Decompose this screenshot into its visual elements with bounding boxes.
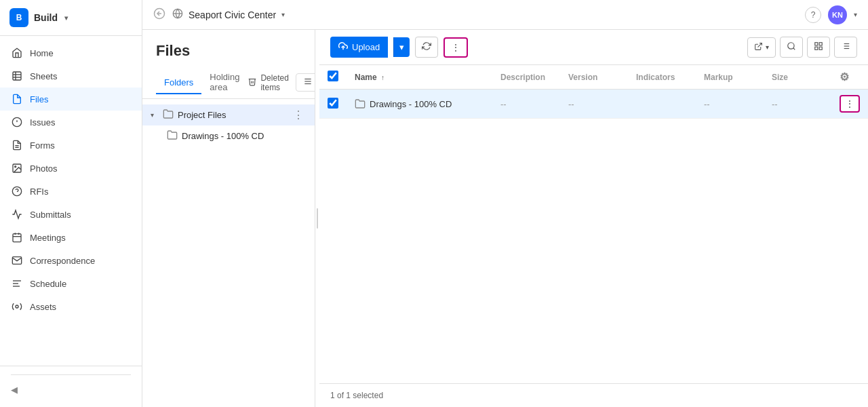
sidebar-footer: ◀: [0, 366, 142, 407]
deleted-items-label: Deleted items: [260, 73, 288, 92]
col-header-indicators[interactable]: Indicators: [628, 65, 696, 90]
upload-label: Upload: [352, 42, 380, 52]
table-header-row: Name ↑ Description Version Indicators Ma…: [319, 65, 868, 90]
search-button[interactable]: [780, 37, 803, 58]
sidebar-item-forms[interactable]: Forms: [0, 134, 142, 157]
left-panel: Files Folders Holding area Deleted items: [142, 30, 315, 407]
row-name-cell[interactable]: Drawings - 100% CD: [347, 90, 492, 119]
user-chevron-icon[interactable]: ▾: [854, 11, 857, 18]
view-actions: ▾: [747, 37, 857, 58]
folder-name-project-files: Project Files: [178, 110, 226, 120]
sidebar-item-home[interactable]: Home: [0, 41, 142, 64]
row-description-cell: --: [492, 90, 560, 119]
sidebar-label-files: Files: [30, 94, 48, 104]
search-icon: [787, 41, 796, 53]
help-button[interactable]: ?: [805, 7, 821, 23]
svg-line-31: [793, 48, 795, 50]
sidebar-item-files[interactable]: Files: [0, 88, 142, 111]
files-table: Name ↑ Description Version Indicators Ma…: [319, 65, 868, 119]
upload-icon: [338, 41, 348, 53]
submittals-icon: [11, 208, 23, 220]
top-right-actions: Deleted items Settings ▾: [248, 73, 315, 92]
col-header-markup[interactable]: Markup: [696, 65, 764, 90]
app-logo[interactable]: B: [9, 8, 28, 27]
user-avatar[interactable]: KN: [828, 5, 847, 24]
list-view-button[interactable]: [834, 37, 857, 58]
module-chevron-icon[interactable]: ▾: [64, 14, 68, 22]
sidebar-item-sheets[interactable]: Sheets: [0, 64, 142, 88]
photos-icon: [11, 162, 23, 174]
tab-holding-area[interactable]: Holding area: [201, 66, 248, 99]
sidebar-label-assets: Assets: [30, 302, 56, 312]
sidebar-item-submittals[interactable]: Submittals: [0, 203, 142, 226]
folder-item-project-files[interactable]: ▾ Project Files ⋮: [142, 104, 315, 125]
sidebar-item-meetings[interactable]: Meetings: [0, 226, 142, 249]
row-actions-cell: ⋮: [831, 90, 868, 119]
sidebar-nav: Home Sheets Files Issues: [0, 36, 142, 366]
trash-icon: [248, 77, 257, 88]
project-name[interactable]: Seaport Civic Center: [189, 9, 276, 20]
row-checkbox-cell: [319, 90, 347, 119]
settings-icon: [303, 77, 313, 88]
col-header-size[interactable]: Size: [764, 65, 831, 90]
sidebar-item-photos[interactable]: Photos: [0, 157, 142, 180]
folder-item-drawings[interactable]: Drawings - 100% CD: [142, 125, 315, 147]
page-title: Files: [156, 42, 301, 60]
sidebar-item-assets[interactable]: Assets: [0, 295, 142, 318]
folder-icon: [163, 109, 174, 121]
topbar: Seaport Civic Center ▾ ? KN ▾: [142, 0, 868, 30]
sidebar: B Build ▾ Home Sheets Files: [0, 0, 142, 407]
col-header-name[interactable]: Name ↑: [347, 65, 492, 90]
export-icon: [754, 42, 763, 53]
row-more-button[interactable]: ⋮: [840, 95, 860, 113]
schedule-icon: [11, 277, 23, 290]
row-version-cell: --: [560, 90, 628, 119]
column-settings-icon[interactable]: ⚙: [840, 71, 849, 83]
folder-more-icon[interactable]: ⋮: [290, 109, 307, 121]
back-icon[interactable]: [153, 7, 165, 22]
sidebar-item-rfis[interactable]: RFIs: [0, 180, 142, 203]
svg-rect-33: [819, 43, 822, 45]
chevron-down-icon: ▾: [399, 42, 404, 52]
refresh-button[interactable]: [415, 37, 438, 58]
home-icon: [11, 47, 23, 59]
assets-icon: [11, 301, 23, 313]
collapse-sidebar-button[interactable]: ◀: [11, 381, 131, 399]
right-panel: Upload ▾ ⋮: [319, 30, 868, 407]
globe-icon: [172, 8, 183, 21]
row-file-name: Drawings - 100% CD: [370, 99, 452, 109]
grid-view-button[interactable]: [807, 37, 830, 58]
files-header: Files: [142, 30, 315, 66]
table-row: Drawings - 100% CD -- -- -- -- ⋮: [319, 90, 868, 119]
content-area: Files Folders Holding area Deleted items: [142, 30, 868, 407]
col-header-description[interactable]: Description: [492, 65, 560, 90]
col-header-version[interactable]: Version: [560, 65, 628, 90]
deleted-items-button[interactable]: Deleted items: [248, 73, 288, 92]
main-content: Seaport Civic Center ▾ ? KN ▾ Files Fold…: [142, 0, 868, 407]
sidebar-label-meetings: Meetings: [30, 233, 66, 243]
sidebar-item-schedule[interactable]: Schedule: [0, 272, 142, 295]
folder-tree: ▾ Project Files ⋮ Drawings - 100% CD: [142, 99, 315, 407]
row-checkbox[interactable]: [328, 98, 338, 109]
project-chevron-icon[interactable]: ▾: [281, 11, 285, 18]
sidebar-label-issues: Issues: [30, 117, 56, 128]
settings-button[interactable]: Settings ▾: [296, 73, 315, 92]
sidebar-label-correspondence: Correspondence: [30, 256, 95, 266]
tabs-bar: Folders Holding area Deleted items Setti…: [142, 66, 315, 99]
upload-chevron-button[interactable]: ▾: [393, 37, 410, 57]
select-all-header: [319, 65, 347, 90]
tab-folders[interactable]: Folders: [156, 72, 201, 94]
svg-rect-0: [13, 72, 21, 80]
collapse-icon: ◀: [11, 385, 18, 395]
svg-rect-13: [13, 234, 21, 242]
upload-button[interactable]: Upload: [330, 37, 388, 58]
status-bar: 1 of 1 selected: [319, 383, 868, 407]
sidebar-item-issues[interactable]: Issues: [0, 111, 142, 134]
svg-line-29: [757, 43, 762, 47]
sidebar-label-submittals: Submittals: [30, 210, 71, 220]
more-actions-button[interactable]: ⋮: [443, 37, 468, 58]
export-button[interactable]: ▾: [747, 37, 776, 58]
folder-icon-child: [167, 130, 178, 142]
sidebar-item-correspondence[interactable]: Correspondence: [0, 249, 142, 272]
select-all-checkbox[interactable]: [328, 71, 338, 81]
